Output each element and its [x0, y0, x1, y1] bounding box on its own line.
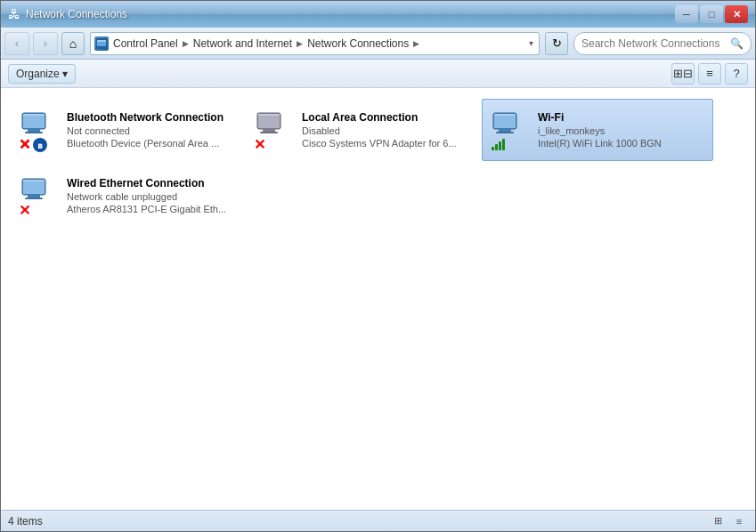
bluetooth-icon: ʙ — [33, 138, 47, 152]
help-button[interactable]: ? — [725, 63, 748, 85]
svg-rect-22 — [25, 197, 43, 199]
item-icon-wrapper: ✕ — [254, 108, 298, 152]
item-icon-wrapper — [490, 108, 534, 152]
search-bar[interactable]: 🔍 — [573, 32, 752, 55]
item-desc: Atheros AR8131 PCI-E Gigabit Eth... — [67, 204, 236, 214]
address-bar: Control Panel ▶ Network and Internet ▶ N… — [90, 32, 540, 55]
toolbar: Organize ▾ ⊞⊟ ≡ ? — [1, 60, 755, 88]
breadcrumb-network-connections[interactable]: Network Connections — [305, 36, 411, 51]
title-bar: 🖧 Network Connections ─ □ ✕ — [1, 1, 755, 28]
wifi-bar-4 — [502, 139, 505, 150]
breadcrumb-control-panel[interactable]: Control Panel — [110, 36, 181, 51]
item-status: Disabled — [302, 125, 471, 136]
forward-button[interactable]: › — [33, 32, 58, 55]
status-view-grid-icon[interactable]: ⊞ — [709, 514, 727, 528]
svg-rect-19 — [23, 180, 45, 194]
home-button[interactable]: ⌂ — [61, 32, 85, 55]
svg-rect-11 — [263, 129, 275, 132]
address-bar-icon — [94, 36, 109, 51]
nav-bar: ‹ › ⌂ Control Panel ▶ Network and Intern… — [1, 28, 755, 60]
svg-rect-17 — [496, 132, 514, 133]
item-info: Local Area Connection Disabled Cisco Sys… — [302, 111, 471, 149]
item-status: Not connected — [67, 125, 236, 136]
item-name: Wired Ethernet Connection — [67, 177, 236, 189]
svg-rect-21 — [28, 195, 40, 197]
breadcrumb: Control Panel ▶ Network and Internet ▶ N… — [110, 36, 419, 51]
view-toggle-grid-button[interactable]: ⊞⊟ — [671, 63, 695, 85]
error-icon: ✕ — [19, 203, 30, 218]
svg-rect-20 — [23, 180, 45, 181]
wifi-bar-1 — [492, 147, 494, 150]
error-icon: ✕ — [19, 138, 30, 152]
list-item[interactable]: ✕ Wired Ethernet Connection Network cabl… — [12, 165, 243, 227]
list-item[interactable]: Wi-Fi i_like_monkeys Intel(R) WiFi Link … — [482, 99, 713, 161]
organize-label: Organize — [16, 68, 60, 80]
title-bar-icon: 🖧 — [8, 7, 20, 21]
item-icon-wrapper: ✕ — [19, 173, 63, 218]
status-view-icons: ⊞ ≡ — [709, 514, 748, 528]
status-bar: 4 items ⊞ ≡ — [1, 510, 755, 531]
item-info: Bluetooth Network Connection Not connect… — [67, 111, 236, 149]
svg-rect-2 — [97, 40, 106, 42]
wifi-bar-2 — [495, 144, 498, 150]
item-name: Bluetooth Network Connection — [67, 111, 236, 124]
item-info: Wi-Fi i_like_monkeys Intel(R) WiFi Link … — [538, 111, 705, 149]
toolbar-left: Organize ▾ — [8, 64, 76, 84]
minimize-button[interactable]: ─ — [675, 5, 698, 23]
item-info: Wired Ethernet Connection Network cable … — [67, 177, 236, 214]
svg-rect-10 — [258, 114, 280, 116]
svg-rect-14 — [494, 114, 516, 128]
maximize-button[interactable]: □ — [700, 5, 723, 23]
item-name: Wi-Fi — [538, 111, 705, 124]
back-button[interactable]: ‹ — [4, 32, 29, 55]
item-status: i_like_monkeys — [538, 125, 705, 136]
title-bar-left: 🖧 Network Connections — [8, 7, 127, 21]
svg-rect-15 — [494, 114, 516, 116]
wifi-bar-3 — [499, 141, 501, 150]
close-button[interactable]: ✕ — [725, 5, 748, 23]
item-desc: Intel(R) WiFi Link 1000 BGN — [538, 138, 705, 149]
error-icon: ✕ — [254, 137, 265, 152]
svg-rect-7 — [25, 132, 43, 133]
svg-rect-12 — [260, 132, 278, 133]
item-icon-wrapper: ✕ ʙ — [19, 108, 63, 152]
item-status: Network cable unplugged — [67, 191, 236, 202]
list-item[interactable]: ✕ ʙ Bluetooth Network Connection Not con… — [12, 99, 243, 161]
title-bar-controls: ─ □ ✕ — [675, 5, 748, 23]
window-title: Network Connections — [26, 8, 127, 20]
item-desc: Bluetooth Device (Personal Area ... — [67, 138, 236, 149]
search-input[interactable] — [581, 37, 727, 50]
status-item-count: 4 items — [8, 515, 43, 528]
view-toggle-list-button[interactable]: ≡ — [698, 63, 721, 85]
list-item[interactable]: ✕ Local Area Connection Disabled Cisco S… — [247, 99, 478, 161]
organize-arrow: ▾ — [62, 68, 68, 80]
item-desc: Cisco Systems VPN Adapter for 6... — [302, 138, 471, 149]
status-view-list-icon[interactable]: ≡ — [730, 514, 748, 528]
refresh-button[interactable]: ↻ — [545, 32, 568, 55]
main-content: ✕ ʙ Bluetooth Network Connection Not con… — [1, 88, 755, 510]
svg-rect-6 — [28, 129, 40, 132]
breadcrumb-network-internet[interactable]: Network and Internet — [191, 36, 295, 51]
toolbar-right: ⊞⊟ ≡ ? — [671, 63, 748, 85]
organize-button[interactable]: Organize ▾ — [8, 64, 76, 84]
item-name: Local Area Connection — [302, 111, 471, 124]
search-icon[interactable]: 🔍 — [730, 37, 744, 50]
svg-rect-16 — [499, 129, 511, 132]
svg-rect-5 — [23, 114, 45, 116]
address-dropdown-arrow[interactable]: ▾ — [527, 36, 535, 50]
svg-rect-4 — [23, 114, 45, 128]
svg-rect-9 — [258, 114, 280, 128]
